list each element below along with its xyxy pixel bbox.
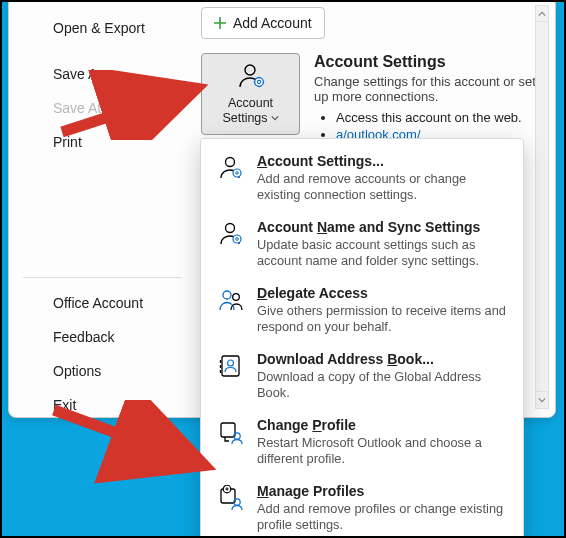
menu-item-desc: Download a copy of the Global Address Bo…: [257, 369, 507, 401]
svg-point-10: [226, 223, 235, 232]
svg-point-8: [233, 169, 241, 177]
annotation-arrow-2: [48, 400, 228, 484]
sidebar-item-office-account[interactable]: Office Account: [9, 286, 195, 320]
menu-item-title: Download Address Book...: [257, 351, 507, 367]
svg-point-13: [223, 291, 231, 299]
two-people-icon: [217, 287, 245, 335]
svg-point-23: [223, 485, 231, 493]
svg-line-26: [62, 88, 198, 132]
menu-item-account-name-sync[interactable]: Account Name and Sync Settings Update ba…: [217, 219, 507, 269]
sidebar-item-options[interactable]: Options: [9, 354, 195, 388]
menu-item-desc: Add and remove profiles or change existi…: [257, 501, 507, 533]
account-settings-button-label: Account Settings: [222, 96, 278, 125]
svg-point-16: [228, 360, 234, 366]
account-settings-dropdown: Account Settings... Add and remove accou…: [200, 138, 524, 538]
sidebar-divider: [23, 277, 181, 278]
svg-line-27: [54, 410, 206, 466]
menu-item-manage-profiles[interactable]: Manage Profiles Add and remove profiles …: [217, 483, 507, 533]
scroll-track[interactable]: [535, 21, 549, 393]
menu-item-desc: Give others permission to receive items …: [257, 303, 507, 335]
person-gear-icon: [236, 63, 266, 92]
menu-item-title: Change Profile: [257, 417, 507, 433]
svg-point-14: [233, 294, 240, 301]
menu-item-title: Delegate Access: [257, 285, 507, 301]
svg-point-1: [254, 78, 263, 87]
app-frame: Open & Export Save As Save Attachments P…: [0, 0, 566, 538]
menu-item-title: Account Name and Sync Settings: [257, 219, 507, 235]
svg-point-7: [226, 158, 235, 167]
menu-item-account-settings[interactable]: Account Settings... Add and remove accou…: [217, 153, 507, 203]
svg-point-0: [245, 65, 255, 75]
account-settings-bullet-web: Access this account on the web.: [336, 110, 545, 125]
add-account-button[interactable]: Add Account: [201, 7, 325, 39]
menu-item-desc: Restart Microsoft Outlook and choose a d…: [257, 435, 507, 467]
scroll-down-button[interactable]: [535, 391, 549, 409]
menu-item-desc: Update basic account settings such as ac…: [257, 237, 507, 269]
sidebar-item-open-export[interactable]: Open & Export: [9, 11, 195, 45]
vertical-scrollbar[interactable]: [535, 5, 549, 409]
chevron-down-icon: [271, 111, 279, 125]
sidebar-item-feedback[interactable]: Feedback: [9, 320, 195, 354]
menu-item-desc: Add and remove accounts or change existi…: [257, 171, 507, 203]
annotation-arrow-1: [56, 70, 216, 140]
profile-manage-icon: [217, 485, 245, 533]
plus-icon: [214, 17, 226, 29]
menu-item-delegate-access[interactable]: Delegate Access Give others permission t…: [217, 285, 507, 335]
account-settings-subtitle: Change settings for this account or set …: [314, 74, 545, 104]
svg-point-11: [233, 235, 241, 243]
account-settings-title: Account Settings: [314, 53, 545, 71]
menu-item-download-address-book[interactable]: Download Address Book... Download a copy…: [217, 351, 507, 401]
menu-item-title: Account Settings...: [257, 153, 507, 169]
menu-item-change-profile[interactable]: Change Profile Restart Microsoft Outlook…: [217, 417, 507, 467]
file-menu-sidebar: Open & Export Save As Save Attachments P…: [9, 0, 195, 417]
add-account-label: Add Account: [233, 15, 312, 31]
person-gear-icon: [217, 155, 245, 203]
address-book-icon: [217, 353, 245, 401]
menu-item-title: Manage Profiles: [257, 483, 507, 499]
person-gear-icon: [217, 221, 245, 269]
